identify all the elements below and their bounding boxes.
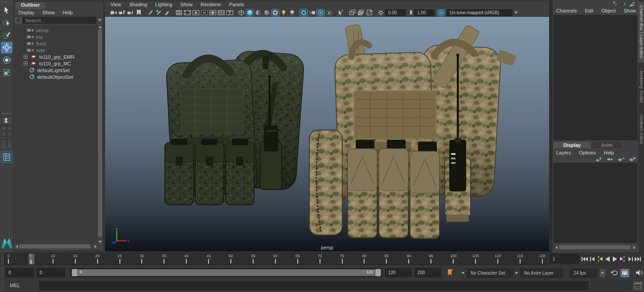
exposure-field[interactable]: 0.00 (385, 9, 406, 16)
gamma-icon[interactable] (406, 9, 414, 16)
outliner-item-front[interactable]: front (27, 40, 46, 47)
rotate-tool-icon[interactable] (1, 54, 12, 66)
scroll-right-icon[interactable] (94, 245, 97, 248)
playback-loop-icon[interactable] (611, 270, 619, 276)
viewport-menu-renderer[interactable]: Renderer (197, 1, 225, 8)
layer-tab-anim[interactable]: Anim (591, 142, 622, 148)
grease-pencil-brush-icon[interactable] (164, 9, 171, 16)
move-tool-icon[interactable] (1, 42, 12, 53)
step-back-key-button[interactable] (596, 255, 603, 264)
tab-channel-box-layer-editor[interactable]: Channel Box / Layer Editor (638, 2, 644, 63)
isolate-select-icon[interactable] (337, 9, 345, 16)
color-management-icon[interactable] (437, 9, 445, 16)
layer-menu-layers[interactable]: Layers (553, 150, 574, 156)
region-tools-icon[interactable] (365, 9, 373, 16)
scrollbar-thumb[interactable] (559, 245, 630, 249)
layout-two-pane-stacked-button[interactable] (1, 132, 6, 137)
motion-blur-icon[interactable] (308, 9, 316, 16)
outliner-menu-help[interactable]: Help (59, 9, 77, 16)
layout-four-pane-button[interactable] (1, 126, 6, 131)
layout-current-button[interactable] (1, 152, 12, 162)
play-forward-button[interactable] (611, 255, 619, 264)
use-default-material-icon[interactable] (263, 9, 271, 16)
playback-start-field[interactable]: 0 (37, 268, 65, 277)
character-set-select[interactable]: No Character Set (467, 268, 513, 278)
film-gate-icon[interactable] (184, 9, 191, 16)
smooth-shade-icon[interactable] (246, 9, 254, 16)
viewport-canvas[interactable]: y x z persp (105, 18, 549, 251)
playback-end-field[interactable]: 120 (385, 268, 412, 277)
layer-menu-options[interactable]: Options (575, 150, 599, 156)
new-empty-layer-icon[interactable] (618, 157, 624, 163)
exposure-icon[interactable] (377, 9, 385, 16)
outliner-menu-display[interactable]: Display (15, 9, 38, 16)
range-end-handle[interactable] (375, 269, 381, 276)
select-camera-icon[interactable] (110, 9, 117, 16)
channelbox-menu-channels[interactable]: Channels (553, 8, 580, 14)
layers-horizontal-scrollbar[interactable] (554, 245, 636, 250)
bookmark-view-icon[interactable] (135, 9, 143, 16)
range-start-handle[interactable] (72, 269, 78, 276)
screen-space-ao-icon[interactable] (300, 9, 308, 16)
panel-resize-grip[interactable] (41, 249, 81, 251)
gamma-field[interactable]: 1.00 (414, 9, 435, 16)
animation-end-field[interactable]: 200 (414, 268, 441, 277)
outliner-item-defaultlightset[interactable]: defaultLightSet (29, 67, 70, 73)
scroll-right-icon[interactable] (633, 246, 636, 249)
new-layer-from-selected-icon[interactable] (629, 157, 636, 163)
expand-icon[interactable] (24, 61, 28, 65)
lock-camera-icon[interactable] (118, 9, 126, 16)
expand-icon[interactable] (24, 55, 28, 59)
outliner-item-tv110-grp-mc[interactable]: tv110_grp_MC (24, 60, 71, 67)
play-backward-button[interactable] (604, 255, 611, 264)
range-slider-bar[interactable]: 0 120 (72, 269, 381, 276)
viewport-menu-lighting[interactable]: Lighting (152, 1, 176, 8)
layer-menu-help[interactable]: Help (600, 150, 618, 156)
grease-pencil-icon[interactable] (147, 9, 154, 16)
animation-start-field[interactable]: 0 (5, 268, 34, 277)
anim-layer-select[interactable]: No Anim Layer (520, 268, 563, 278)
textured-icon[interactable] (254, 9, 262, 16)
safe-action-icon[interactable] (217, 9, 225, 16)
scrollbar-thumb[interactable] (98, 29, 102, 237)
toolbox-grip[interactable] (1, 0, 12, 4)
snapshot-view-icon[interactable] (349, 9, 356, 16)
scroll-left-icon[interactable] (16, 245, 18, 248)
scroll-left-icon[interactable] (555, 246, 558, 249)
outliner-item-persp[interactable]: persp (27, 27, 49, 33)
outliner-tab[interactable]: Outliner (16, 2, 45, 9)
outliner-item-side[interactable]: side (27, 47, 45, 53)
lights-icon[interactable] (280, 9, 287, 16)
outliner-item-defaultobjectset[interactable]: defaultObjectSet (29, 73, 73, 80)
grid-icon[interactable] (175, 9, 183, 16)
range-slider-track[interactable]: 0 120 (70, 268, 382, 277)
step-back-frame-button[interactable] (589, 255, 596, 264)
layer-tab-display[interactable]: Display (554, 142, 591, 148)
move-layer-up-icon[interactable] (595, 157, 602, 163)
timeline-ruler[interactable]: 1 05101520253035404550556065707580859095… (4, 253, 547, 265)
gate-mask-icon[interactable] (201, 9, 208, 16)
scroll-up-icon[interactable] (98, 26, 102, 28)
command-language-toggle[interactable]: MEL (5, 281, 25, 289)
panel-divider[interactable] (549, 0, 553, 252)
outliner-vertical-scrollbar[interactable] (98, 25, 103, 244)
viewport-menu-panels[interactable]: Panels (226, 1, 248, 8)
resolution-gate-icon[interactable] (192, 9, 200, 16)
speed-gauge-icon[interactable] (620, 1, 627, 8)
textured-checker-icon[interactable] (271, 9, 279, 16)
view-transform-select[interactable]: Un-tone-mapped (sRGB) (447, 9, 513, 16)
viewport-menu-shading[interactable]: Shading (126, 1, 151, 8)
layout-persp-graph-button[interactable] (7, 139, 12, 149)
outliner-horizontal-scrollbar[interactable] (15, 244, 98, 249)
current-time-field[interactable]: 1 (550, 254, 579, 264)
outliner-menu-show[interactable]: Show (39, 9, 58, 16)
scrollbar-thumb[interactable] (19, 244, 90, 248)
command-line-grip[interactable] (0, 281, 4, 291)
layout-outliner-persp-button[interactable] (1, 139, 6, 149)
selection-frame-icon[interactable] (16, 18, 21, 23)
view-transform-caret-icon[interactable] (514, 12, 518, 14)
search-filter-caret-icon[interactable] (98, 19, 102, 21)
paste-view-icon[interactable] (357, 9, 365, 16)
paint-select-tool-icon[interactable] (1, 29, 12, 41)
viewport-menu-show[interactable]: Show (177, 1, 197, 8)
